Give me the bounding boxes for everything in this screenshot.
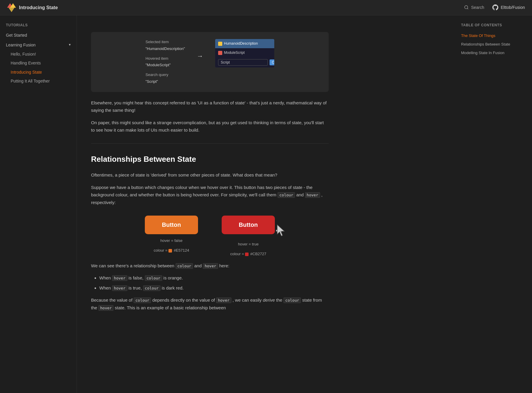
hover-code-inline-2: hover [112, 285, 127, 291]
logo-icon [7, 3, 16, 12]
colour-code-inline-2: colour [143, 285, 160, 291]
demo-red-button[interactable]: Button [222, 216, 275, 234]
selected-item-value: "HumanoidDescription" [145, 46, 185, 52]
cursor-svg-icon [275, 224, 286, 237]
github-link[interactable]: Elttob/Fusion [492, 4, 525, 11]
btn2-state1: hover = true [238, 241, 259, 248]
colour-code-inline: colour [145, 275, 162, 281]
hover-code-1: hover [305, 192, 320, 198]
bullet-list: When hover is false, colour is orange. W… [91, 274, 329, 292]
demo-hovered-item: Hovered item "ModuleScript" [145, 56, 185, 69]
paragraph-6: Because the value of colour depends dire… [91, 296, 329, 311]
demo-search-box: Selected item "HumanoidDescription" Hove… [91, 32, 329, 92]
sidebar-item-get-started[interactable]: Get Started [0, 30, 77, 40]
hover-code-3: hover [216, 297, 231, 303]
hovered-item-value: "ModuleScript" [145, 62, 185, 68]
hovered-item-label: Hovered item [145, 56, 185, 62]
convert-button[interactable]: Convert [270, 59, 274, 65]
sidebar-item-handling-events[interactable]: Handling Events [5, 59, 77, 67]
derive-em: derive [263, 297, 275, 303]
github-label: Elttob/Fusion [501, 4, 525, 11]
main-content: Selected item "HumanoidDescription" Hove… [77, 15, 343, 393]
selected-icon [218, 42, 222, 46]
toc-item-relationships-between-state[interactable]: Relationships Between State [461, 40, 526, 49]
bullet-item-1: When hover is false, colour is orange. [99, 274, 329, 282]
github-icon [492, 4, 498, 10]
sidebar-item-putting-it-all-together[interactable]: Putting It All Together [5, 77, 77, 85]
header: Introducing State Search Elttob/Fusion [0, 0, 532, 15]
hover-code-inline: hover [112, 275, 127, 281]
orange-swatch [168, 249, 172, 253]
demo-ui-preview: HumanoidDescription ModuleScript Convert [215, 39, 274, 67]
header-title: Introducing State [19, 4, 58, 12]
chevron-down-icon: ▾ [69, 42, 71, 48]
section-divider [91, 143, 329, 144]
sidebar-item-hello-fusion[interactable]: Hello, Fusion! [5, 50, 77, 59]
demo-footer: Convert [215, 57, 274, 67]
selected-item-label: Selected item [145, 39, 185, 45]
toc-item-the-state-of-things[interactable]: The State Of Things [461, 32, 526, 40]
btn1-state1: hover = false [160, 238, 183, 244]
colour-code-1: colour [278, 192, 295, 198]
logo-area[interactable]: Introducing State [7, 3, 58, 12]
sidebar-group-learning-fusion: Learning Fusion ▾ Hello, Fusion! Handlin… [0, 40, 77, 86]
bullet-item-2: When hover is true, colour is dark red. [99, 284, 329, 292]
sidebar-group-learning-fusion-header[interactable]: Learning Fusion ▾ [0, 40, 77, 50]
colour-code-3: colour [134, 297, 151, 303]
colour-code-2: colour [176, 263, 193, 269]
paragraph-5: We can see there's a relationship betwee… [91, 262, 329, 270]
demo-search-query: Search query "Script" [145, 72, 185, 85]
toc-title: Table of contents [461, 22, 526, 28]
search-icon [464, 5, 469, 10]
paragraph-2: On paper, this might sound like a strang… [91, 119, 329, 134]
svg-marker-5 [277, 225, 284, 236]
script-input[interactable] [218, 59, 268, 66]
search-query-value: "Script" [145, 79, 185, 85]
module-script-icon [218, 51, 222, 55]
demo-module-script-item: ModuleScript [215, 48, 274, 57]
red-swatch [245, 253, 249, 256]
sidebar-item-introducing-state[interactable]: Introducing State [5, 68, 77, 77]
demo-arrow: → [197, 51, 203, 61]
btn1-state2: colour = #E57124 [154, 248, 189, 254]
hover-code-4: hover [98, 305, 113, 311]
paragraph-3: Oftentimes, a piece of state is 'derived… [91, 171, 329, 179]
sidebar-sub-items: Hello, Fusion! Handling Events Introduci… [0, 50, 77, 86]
paragraph-1: Elsewhere, you might hear this concept r… [91, 99, 329, 114]
buttons-demo: Button hover = false colour = #E57124 Bu… [91, 216, 329, 257]
svg-marker-2 [9, 8, 14, 12]
demo-state-labels: Selected item "HumanoidDescription" Hove… [145, 39, 185, 85]
button-col-2: Button ⮕ hover = true colour = #CB2727 [222, 216, 275, 257]
toc-sidebar: Table of contents The State Of Things Re… [455, 15, 532, 393]
svg-line-4 [467, 9, 468, 9]
search-button[interactable]: Search [464, 4, 484, 11]
sidebar: Tutorials Get Started Learning Fusion ▾ … [0, 15, 77, 393]
page-layout: Tutorials Get Started Learning Fusion ▾ … [0, 15, 532, 393]
section-title: Relationships Between State [91, 153, 329, 166]
svg-point-3 [465, 6, 468, 9]
toc-item-modelling-state-in-fusion[interactable]: Modelling State In Fusion [461, 49, 526, 57]
sidebar-tutorials-label: Tutorials [0, 22, 77, 28]
button-col-1: Button hover = false colour = #E57124 [145, 216, 198, 257]
search-query-label: Search query [145, 72, 185, 78]
colour-code-4: colour [283, 297, 301, 303]
hover-code-2: hover [203, 263, 218, 269]
demo-selected-highlight: HumanoidDescription [215, 39, 274, 48]
demo-selected-item: Selected item "HumanoidDescription" [145, 39, 185, 52]
demo-search-row: Selected item "HumanoidDescription" Hove… [98, 39, 322, 85]
btn2-state2: colour = #CB2727 [230, 251, 266, 257]
paragraph-4: Suppose we have a button which changes c… [91, 184, 329, 206]
search-label: Search [471, 4, 484, 11]
demo-orange-button[interactable]: Button [145, 216, 198, 234]
